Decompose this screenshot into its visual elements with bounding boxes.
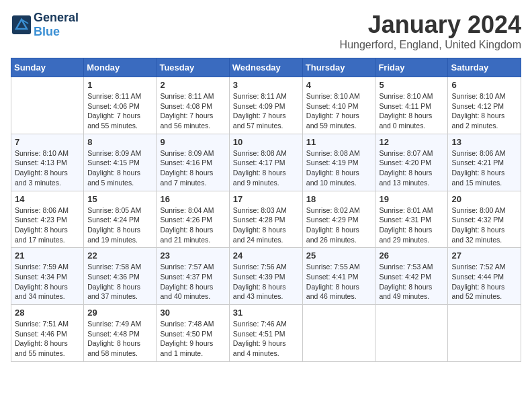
- day-content: Sunrise: 7:57 AM Sunset: 4:37 PM Dayligh…: [160, 262, 225, 302]
- day-content: Sunrise: 8:10 AM Sunset: 4:11 PM Dayligh…: [379, 91, 444, 131]
- day-content: Sunrise: 8:11 AM Sunset: 4:06 PM Dayligh…: [87, 91, 152, 131]
- day-content: Sunrise: 8:10 AM Sunset: 4:10 PM Dayligh…: [306, 91, 372, 131]
- day-number: 3: [233, 80, 299, 90]
- calendar-cell: 3Sunrise: 8:11 AM Sunset: 4:09 PM Daylig…: [229, 77, 302, 134]
- day-content: Sunrise: 7:52 AM Sunset: 4:44 PM Dayligh…: [451, 262, 517, 302]
- day-number: 4: [306, 80, 372, 90]
- day-content: Sunrise: 7:51 AM Sunset: 4:46 PM Dayligh…: [15, 319, 80, 359]
- logo-icon: [11, 14, 32, 36]
- column-header-monday: Monday: [84, 58, 157, 77]
- calendar-cell: 19Sunrise: 8:01 AM Sunset: 4:31 PM Dayli…: [375, 191, 448, 248]
- day-content: Sunrise: 8:04 AM Sunset: 4:26 PM Dayligh…: [160, 205, 225, 245]
- column-header-saturday: Saturday: [448, 58, 521, 77]
- calendar-week-row: 21Sunrise: 7:59 AM Sunset: 4:34 PM Dayli…: [11, 248, 521, 305]
- day-content: Sunrise: 8:01 AM Sunset: 4:31 PM Dayligh…: [379, 205, 444, 245]
- calendar-subtitle: Hungerford, England, United Kingdom: [340, 39, 521, 51]
- day-number: 22: [87, 250, 152, 261]
- day-content: Sunrise: 8:08 AM Sunset: 4:19 PM Dayligh…: [306, 148, 372, 188]
- calendar-cell: 14Sunrise: 8:06 AM Sunset: 4:23 PM Dayli…: [11, 191, 84, 248]
- column-header-thursday: Thursday: [302, 58, 375, 77]
- day-number: 16: [160, 194, 225, 204]
- day-content: Sunrise: 7:56 AM Sunset: 4:39 PM Dayligh…: [233, 262, 299, 302]
- calendar-cell: 29Sunrise: 7:49 AM Sunset: 4:48 PM Dayli…: [84, 305, 157, 362]
- day-number: 5: [379, 80, 444, 90]
- day-number: 19: [379, 194, 444, 204]
- calendar-title: January 2024: [340, 11, 521, 39]
- calendar-cell: 24Sunrise: 7:56 AM Sunset: 4:39 PM Dayli…: [229, 248, 302, 305]
- day-content: Sunrise: 8:08 AM Sunset: 4:17 PM Dayligh…: [233, 148, 299, 188]
- calendar-cell: 28Sunrise: 7:51 AM Sunset: 4:46 PM Dayli…: [11, 305, 84, 362]
- logo: General Blue: [11, 11, 79, 39]
- logo-blue-text: Blue: [34, 25, 60, 38]
- calendar-cell: 30Sunrise: 7:48 AM Sunset: 4:50 PM Dayli…: [157, 305, 229, 362]
- day-number: 6: [451, 80, 517, 90]
- calendar-cell: 11Sunrise: 8:08 AM Sunset: 4:19 PM Dayli…: [302, 134, 375, 191]
- calendar-week-row: 28Sunrise: 7:51 AM Sunset: 4:46 PM Dayli…: [11, 305, 521, 362]
- day-number: 27: [451, 250, 517, 261]
- day-number: 2: [160, 80, 225, 90]
- column-header-wednesday: Wednesday: [229, 58, 302, 77]
- day-number: 25: [306, 250, 372, 261]
- calendar-cell: 20Sunrise: 8:00 AM Sunset: 4:32 PM Dayli…: [448, 191, 521, 248]
- day-number: 7: [15, 137, 80, 147]
- calendar-cell: [302, 305, 375, 362]
- calendar-cell: [448, 305, 521, 362]
- day-number: 13: [451, 137, 517, 147]
- calendar-cell: 25Sunrise: 7:55 AM Sunset: 4:41 PM Dayli…: [302, 248, 375, 305]
- page-header: General Blue January 2024 Hungerford, En…: [11, 11, 521, 51]
- title-area: January 2024 Hungerford, England, United…: [340, 11, 521, 51]
- day-content: Sunrise: 8:09 AM Sunset: 4:16 PM Dayligh…: [160, 148, 225, 188]
- calendar-cell: 26Sunrise: 7:53 AM Sunset: 4:42 PM Dayli…: [375, 248, 448, 305]
- day-content: Sunrise: 8:11 AM Sunset: 4:09 PM Dayligh…: [233, 91, 299, 131]
- day-number: 9: [160, 137, 225, 147]
- calendar-cell: 10Sunrise: 8:08 AM Sunset: 4:17 PM Dayli…: [229, 134, 302, 191]
- day-number: 23: [160, 250, 225, 261]
- day-number: 18: [306, 194, 372, 204]
- calendar-cell: 6Sunrise: 8:10 AM Sunset: 4:12 PM Daylig…: [448, 77, 521, 134]
- day-content: Sunrise: 8:11 AM Sunset: 4:08 PM Dayligh…: [160, 91, 225, 131]
- calendar-cell: 8Sunrise: 8:09 AM Sunset: 4:15 PM Daylig…: [84, 134, 157, 191]
- day-number: 15: [87, 194, 152, 204]
- calendar-cell: 27Sunrise: 7:52 AM Sunset: 4:44 PM Dayli…: [448, 248, 521, 305]
- day-content: Sunrise: 8:02 AM Sunset: 4:29 PM Dayligh…: [306, 205, 372, 245]
- calendar-cell: [375, 305, 448, 362]
- calendar-table: SundayMondayTuesdayWednesdayThursdayFrid…: [11, 58, 521, 362]
- calendar-cell: 1Sunrise: 8:11 AM Sunset: 4:06 PM Daylig…: [84, 77, 157, 134]
- day-number: 14: [15, 194, 80, 204]
- day-content: Sunrise: 8:06 AM Sunset: 4:23 PM Dayligh…: [15, 205, 80, 245]
- calendar-cell: 17Sunrise: 8:03 AM Sunset: 4:28 PM Dayli…: [229, 191, 302, 248]
- calendar-week-row: 14Sunrise: 8:06 AM Sunset: 4:23 PM Dayli…: [11, 191, 521, 248]
- day-content: Sunrise: 7:55 AM Sunset: 4:41 PM Dayligh…: [306, 262, 372, 302]
- day-content: Sunrise: 8:06 AM Sunset: 4:21 PM Dayligh…: [451, 148, 517, 188]
- day-content: Sunrise: 8:05 AM Sunset: 4:24 PM Dayligh…: [87, 205, 152, 245]
- day-number: 8: [87, 137, 152, 147]
- day-number: 12: [379, 137, 444, 147]
- day-number: 26: [379, 250, 444, 261]
- day-number: 1: [87, 80, 152, 90]
- day-content: Sunrise: 7:58 AM Sunset: 4:36 PM Dayligh…: [87, 262, 152, 302]
- calendar-cell: 9Sunrise: 8:09 AM Sunset: 4:16 PM Daylig…: [157, 134, 229, 191]
- day-number: 30: [160, 308, 225, 318]
- calendar-week-row: 7Sunrise: 8:10 AM Sunset: 4:13 PM Daylig…: [11, 134, 521, 191]
- calendar-cell: 12Sunrise: 8:07 AM Sunset: 4:20 PM Dayli…: [375, 134, 448, 191]
- day-content: Sunrise: 7:46 AM Sunset: 4:51 PM Dayligh…: [233, 319, 299, 359]
- calendar-cell: 4Sunrise: 8:10 AM Sunset: 4:10 PM Daylig…: [302, 77, 375, 134]
- day-content: Sunrise: 8:09 AM Sunset: 4:15 PM Dayligh…: [87, 148, 152, 188]
- calendar-cell: 5Sunrise: 8:10 AM Sunset: 4:11 PM Daylig…: [375, 77, 448, 134]
- calendar-cell: 21Sunrise: 7:59 AM Sunset: 4:34 PM Dayli…: [11, 248, 84, 305]
- calendar-cell: 2Sunrise: 8:11 AM Sunset: 4:08 PM Daylig…: [157, 77, 229, 134]
- column-header-sunday: Sunday: [11, 58, 84, 77]
- day-content: Sunrise: 7:48 AM Sunset: 4:50 PM Dayligh…: [160, 319, 225, 359]
- calendar-cell: 22Sunrise: 7:58 AM Sunset: 4:36 PM Dayli…: [84, 248, 157, 305]
- day-content: Sunrise: 8:03 AM Sunset: 4:28 PM Dayligh…: [233, 205, 299, 245]
- day-content: Sunrise: 8:10 AM Sunset: 4:13 PM Dayligh…: [15, 148, 80, 188]
- calendar-cell: 31Sunrise: 7:46 AM Sunset: 4:51 PM Dayli…: [229, 305, 302, 362]
- day-content: Sunrise: 7:59 AM Sunset: 4:34 PM Dayligh…: [15, 262, 80, 302]
- calendar-header-row: SundayMondayTuesdayWednesdayThursdayFrid…: [11, 58, 521, 77]
- day-content: Sunrise: 8:10 AM Sunset: 4:12 PM Dayligh…: [451, 91, 517, 131]
- calendar-cell: 13Sunrise: 8:06 AM Sunset: 4:21 PM Dayli…: [448, 134, 521, 191]
- column-header-tuesday: Tuesday: [157, 58, 229, 77]
- calendar-cell: 7Sunrise: 8:10 AM Sunset: 4:13 PM Daylig…: [11, 134, 84, 191]
- day-number: 20: [451, 194, 517, 204]
- day-number: 11: [306, 137, 372, 147]
